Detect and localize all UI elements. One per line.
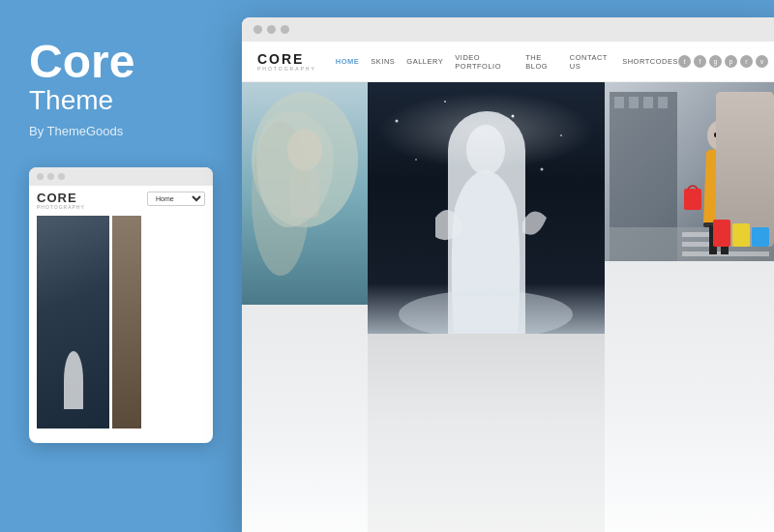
mini-logo-area: CORE PHOTOGRAPHY Home: [37, 192, 205, 210]
nav-link-blog[interactable]: THE BLOG: [525, 53, 558, 71]
mini-core-text: CORE: [37, 192, 85, 204]
theme-title: Core Theme By ThemeGoods: [29, 39, 208, 138]
mini-image-2: [112, 216, 141, 429]
nav-link-home[interactable]: HOME: [336, 57, 360, 66]
website-nav-links: HOME SKINS GALLERY VIDEO PORTFOLIO THE B…: [336, 53, 678, 71]
social-icons: t f g p r v: [678, 55, 768, 68]
mini-dot-3: [58, 173, 65, 180]
social-icon-pinterest[interactable]: p: [725, 55, 737, 68]
mini-photo-text: PHOTOGRAPHY: [37, 204, 85, 210]
svg-rect-18: [643, 97, 653, 108]
shopping-bags: [713, 220, 769, 247]
photo-shopping: [605, 82, 774, 261]
mini-image-1: [37, 216, 109, 429]
mini-dot-1: [37, 173, 44, 180]
svg-rect-17: [629, 97, 639, 108]
mini-nav-dropdown[interactable]: Home: [147, 192, 205, 206]
photo-2-svg: [368, 82, 605, 334]
main-dot-2: [267, 25, 276, 34]
svg-rect-28: [684, 189, 701, 210]
svg-point-9: [560, 134, 562, 136]
svg-rect-16: [614, 97, 624, 108]
svg-rect-19: [658, 97, 668, 108]
main-dot-1: [253, 25, 262, 34]
mini-logo: CORE PHOTOGRAPHY: [37, 192, 85, 210]
mini-browser-mockup: CORE PHOTOGRAPHY Home: [29, 167, 213, 443]
svg-point-11: [541, 168, 544, 171]
social-icon-gplus[interactable]: g: [709, 55, 722, 68]
photo-fade-1: [242, 305, 368, 532]
main-dot-3: [281, 25, 289, 34]
photo-fade-2: [368, 334, 605, 532]
website-logo: CORE PHOTOGRAPHY: [257, 52, 316, 72]
sidebar: Core Theme By ThemeGoods CORE PHOTOGRAPH…: [0, 0, 237, 532]
svg-point-2: [252, 121, 310, 276]
title-core: Core: [29, 39, 208, 85]
svg-point-3: [287, 129, 322, 171]
photo-flowing-hair: [242, 82, 368, 305]
svg-point-7: [444, 101, 446, 103]
nav-link-skins[interactable]: SKINS: [371, 57, 395, 66]
svg-point-6: [396, 120, 399, 123]
mini-gallery: [37, 216, 205, 429]
svg-point-1: [252, 92, 358, 227]
svg-point-10: [415, 159, 417, 161]
website-logo-core: CORE: [257, 52, 304, 66]
svg-rect-31: [714, 133, 729, 137]
photo-fade-3: [605, 261, 774, 532]
bag-yellow: [732, 223, 750, 247]
nav-link-shortcodes[interactable]: SHORTCODES: [622, 57, 678, 66]
social-icon-vimeo[interactable]: v: [756, 55, 768, 68]
social-icon-rss[interactable]: r: [740, 55, 753, 68]
gallery-col-1: [242, 82, 368, 532]
social-icon-facebook[interactable]: f: [694, 55, 706, 68]
title-by: By ThemeGoods: [29, 124, 208, 138]
svg-point-12: [466, 125, 505, 175]
title-theme: Theme: [29, 85, 208, 116]
nav-link-contact[interactable]: CONTACT US: [570, 53, 610, 71]
nav-link-video[interactable]: VIDEO PORTFOLIO: [455, 53, 514, 71]
svg-point-8: [512, 115, 515, 118]
bag-blue: [752, 227, 769, 247]
website-nav: CORE PHOTOGRAPHY HOME SKINS GALLERY VIDE…: [242, 42, 774, 82]
photo-1-svg: [242, 82, 368, 305]
photo-white-dress: [368, 82, 605, 334]
svg-rect-4: [290, 169, 319, 218]
nav-link-gallery[interactable]: GALLERY: [406, 57, 443, 66]
social-icon-twitter[interactable]: t: [678, 55, 691, 68]
svg-rect-5: [368, 82, 605, 334]
mini-browser-content: CORE PHOTOGRAPHY Home: [29, 186, 213, 434]
main-browser-bar: [242, 17, 774, 42]
website-logo-photo: PHOTOGRAPHY: [257, 66, 316, 72]
gallery-col-2: [368, 82, 605, 532]
svg-rect-30: [735, 193, 749, 211]
gallery-col-3: [605, 82, 774, 532]
mini-browser-bar: [29, 167, 213, 186]
mini-dot-2: [47, 173, 54, 180]
bag-red: [713, 220, 730, 247]
gallery-area: [242, 82, 774, 532]
svg-rect-29: [740, 187, 756, 206]
svg-point-24: [707, 120, 734, 151]
main-browser-mockup: CORE PHOTOGRAPHY HOME SKINS GALLERY VIDE…: [242, 17, 774, 532]
